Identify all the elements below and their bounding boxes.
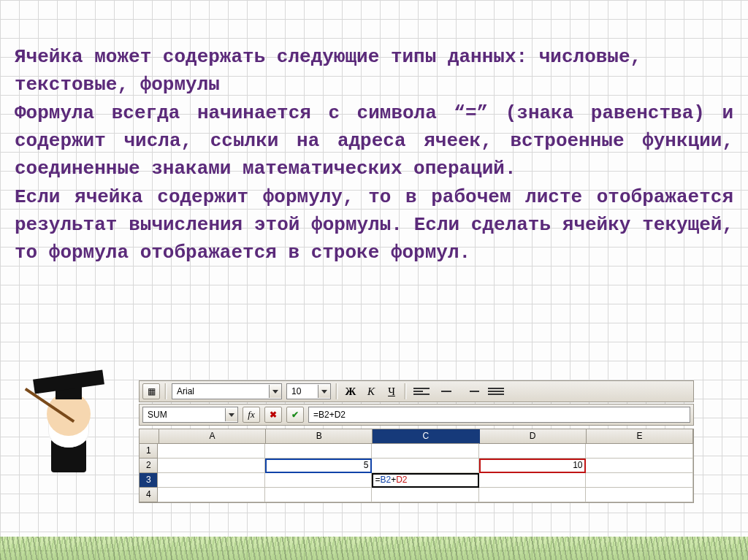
column-header-C[interactable]: C xyxy=(373,429,479,444)
cell-E4[interactable] xyxy=(586,488,693,502)
column-header-D[interactable]: D xyxy=(480,429,587,444)
bold-button[interactable]: Ж xyxy=(343,384,359,399)
font-size-dropdown[interactable] xyxy=(318,385,330,398)
paragraph-formula-definition: Формула всегда начинается с символа “=” … xyxy=(15,100,733,183)
formula-bar: SUM fx ✖ ✔ =B2+D2 xyxy=(139,404,694,426)
cell-C4[interactable] xyxy=(372,488,479,502)
select-all-corner[interactable] xyxy=(140,429,159,444)
chevron-down-icon xyxy=(272,390,278,394)
name-box-dropdown[interactable] xyxy=(225,408,237,421)
paragraph-formula-display: Если ячейка содержит формулу, то в рабоч… xyxy=(15,184,733,266)
toolbar-separator xyxy=(404,383,407,399)
align-left-button[interactable] xyxy=(411,382,432,401)
formula-ref-B2: B2 xyxy=(381,475,392,485)
font-name-dropdown[interactable] xyxy=(269,385,281,398)
style-icon: ▦ xyxy=(148,386,156,396)
cancel-formula-button[interactable]: ✖ xyxy=(264,407,282,423)
mascot-illustration xyxy=(26,370,114,458)
formatting-toolbar: ▦ Arial 10 Ж К Ч xyxy=(139,380,694,402)
italic-button[interactable]: К xyxy=(363,384,379,399)
font-size-value: 10 xyxy=(287,385,318,398)
chevron-down-icon xyxy=(321,390,327,394)
cell-E3[interactable] xyxy=(586,473,693,488)
cell-D1[interactable] xyxy=(479,444,587,459)
underline-button[interactable]: Ч xyxy=(383,384,400,399)
cell-E1[interactable] xyxy=(586,444,693,459)
column-header-A[interactable]: A xyxy=(159,429,266,444)
row-header-2[interactable]: 2 xyxy=(140,459,158,473)
paragraph-data-types: Ячейка может содержать следующие типы да… xyxy=(15,44,733,99)
cell-A4[interactable] xyxy=(158,488,265,502)
cell-B3[interactable] xyxy=(265,473,373,488)
font-name-combo[interactable]: Arial xyxy=(172,383,282,399)
align-center-button[interactable] xyxy=(436,382,457,401)
cell-A2[interactable] xyxy=(158,459,265,473)
cell-E2[interactable] xyxy=(586,459,693,473)
row-header-1[interactable]: 1 xyxy=(140,444,158,459)
function-wizard-button[interactable]: fx xyxy=(243,407,260,423)
cell-C1[interactable] xyxy=(372,444,479,459)
row-header-4[interactable]: 4 xyxy=(140,488,158,502)
toolbar-separator xyxy=(335,383,338,399)
cell-D3[interactable] xyxy=(479,473,587,488)
cell-A1[interactable] xyxy=(158,444,265,459)
column-header-E[interactable]: E xyxy=(587,429,693,444)
cell-D2[interactable]: 10 xyxy=(479,459,587,473)
spreadsheet-grid: A B C D E 1 2 5 10 3 =B2+D2 xyxy=(139,429,694,503)
chevron-down-icon xyxy=(229,413,234,417)
cell-B2[interactable]: 5 xyxy=(265,459,373,473)
styles-button[interactable]: ▦ xyxy=(142,383,160,399)
cell-C3[interactable]: =B2+D2 xyxy=(372,473,479,488)
cell-B1[interactable] xyxy=(265,444,373,459)
cancel-icon: ✖ xyxy=(270,410,277,420)
accept-formula-button[interactable]: ✔ xyxy=(286,407,304,423)
formula-ref-D2: D2 xyxy=(396,475,407,485)
font-name-value: Arial xyxy=(172,385,269,398)
cell-D4[interactable] xyxy=(479,488,587,502)
align-justify-button[interactable] xyxy=(486,382,506,401)
fx-icon: fx xyxy=(248,409,254,421)
cell-B4[interactable] xyxy=(265,488,373,502)
toolbar-separator xyxy=(164,383,167,399)
font-size-combo[interactable]: 10 xyxy=(286,383,331,399)
align-right-button[interactable] xyxy=(461,382,481,401)
name-box[interactable]: SUM xyxy=(142,407,238,423)
name-box-value: SUM xyxy=(143,408,225,421)
row-header-3[interactable]: 3 xyxy=(140,473,158,488)
spreadsheet-app: ▦ Arial 10 Ж К Ч SUM fx ✖ ✔ =B2+D2 xyxy=(139,380,694,503)
formula-input[interactable]: =B2+D2 xyxy=(308,407,690,423)
decorative-grass xyxy=(0,537,748,560)
cell-A3[interactable] xyxy=(158,473,265,488)
column-header-B[interactable]: B xyxy=(266,429,373,444)
accept-icon: ✔ xyxy=(291,410,299,420)
formula-equals: = xyxy=(375,475,380,485)
cell-C2[interactable] xyxy=(372,459,479,473)
